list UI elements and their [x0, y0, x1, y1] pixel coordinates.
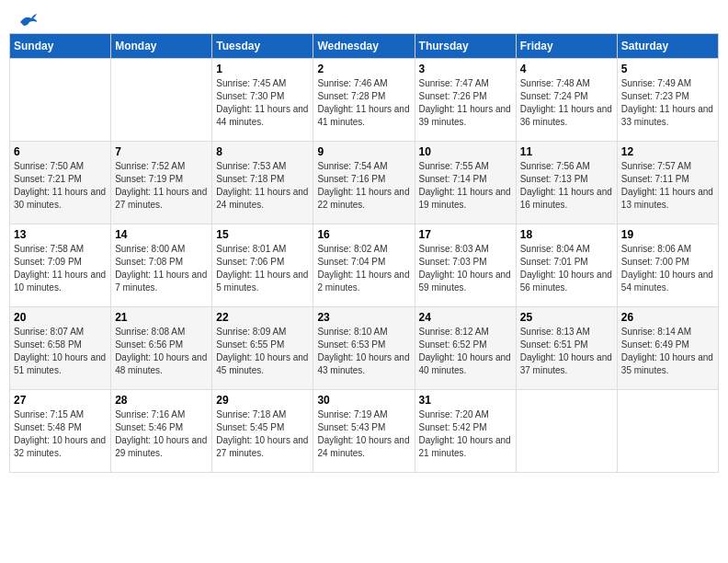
day-detail: Sunrise: 7:19 AM Sunset: 5:43 PM Dayligh…	[317, 408, 410, 460]
day-detail: Sunrise: 8:12 AM Sunset: 6:52 PM Dayligh…	[419, 326, 512, 377]
calendar-cell	[111, 59, 212, 142]
day-detail: Sunrise: 8:13 AM Sunset: 6:51 PM Dayligh…	[520, 326, 613, 377]
calendar-cell	[617, 390, 718, 473]
calendar-cell: 8Sunrise: 7:53 AM Sunset: 7:18 PM Daylig…	[212, 142, 313, 224]
day-number: 2	[317, 63, 410, 75]
day-detail: Sunrise: 7:16 AM Sunset: 5:46 PM Dayligh…	[115, 408, 208, 460]
day-detail: Sunrise: 8:08 AM Sunset: 6:56 PM Dayligh…	[115, 326, 208, 377]
day-detail: Sunrise: 7:49 AM Sunset: 7:23 PM Dayligh…	[621, 77, 714, 129]
calendar-week-2: 6Sunrise: 7:50 AM Sunset: 7:21 PM Daylig…	[10, 142, 719, 224]
day-detail: Sunrise: 8:06 AM Sunset: 7:00 PM Dayligh…	[621, 243, 714, 294]
calendar-cell	[10, 59, 111, 142]
day-detail: Sunrise: 7:55 AM Sunset: 7:14 PM Dayligh…	[419, 160, 512, 212]
day-detail: Sunrise: 8:00 AM Sunset: 7:08 PM Dayligh…	[115, 243, 208, 294]
day-number: 12	[621, 145, 714, 158]
header-wednesday: Wednesday	[313, 34, 415, 59]
calendar-cell: 29Sunrise: 7:18 AM Sunset: 5:45 PM Dayli…	[212, 390, 313, 473]
day-number: 28	[115, 394, 208, 407]
day-detail: Sunrise: 7:50 AM Sunset: 7:21 PM Dayligh…	[14, 160, 107, 212]
day-number: 10	[419, 145, 512, 158]
header-friday: Friday	[516, 34, 617, 59]
day-number: 23	[317, 311, 410, 324]
day-number: 26	[621, 311, 714, 324]
calendar-table: SundayMondayTuesdayWednesdayThursdayFrid…	[9, 33, 719, 473]
page-header	[9, 9, 719, 28]
header-tuesday: Tuesday	[212, 34, 313, 59]
day-number: 11	[520, 145, 613, 158]
calendar-cell: 17Sunrise: 8:03 AM Sunset: 7:03 PM Dayli…	[415, 224, 516, 307]
day-number: 15	[216, 228, 309, 241]
calendar-header-row: SundayMondayTuesdayWednesdayThursdayFrid…	[10, 34, 719, 59]
calendar-cell: 19Sunrise: 8:06 AM Sunset: 7:00 PM Dayli…	[617, 224, 718, 307]
calendar-cell	[516, 390, 617, 473]
calendar-cell: 6Sunrise: 7:50 AM Sunset: 7:21 PM Daylig…	[10, 142, 111, 224]
day-detail: Sunrise: 8:07 AM Sunset: 6:58 PM Dayligh…	[14, 326, 107, 377]
day-detail: Sunrise: 7:52 AM Sunset: 7:19 PM Dayligh…	[115, 160, 208, 212]
day-detail: Sunrise: 8:03 AM Sunset: 7:03 PM Dayligh…	[419, 243, 512, 294]
calendar-cell: 18Sunrise: 8:04 AM Sunset: 7:01 PM Dayli…	[516, 224, 617, 307]
calendar-cell: 3Sunrise: 7:47 AM Sunset: 7:26 PM Daylig…	[415, 59, 516, 142]
calendar-cell: 7Sunrise: 7:52 AM Sunset: 7:19 PM Daylig…	[111, 142, 212, 224]
header-thursday: Thursday	[415, 34, 516, 59]
calendar-cell: 16Sunrise: 8:02 AM Sunset: 7:04 PM Dayli…	[313, 224, 415, 307]
calendar-week-1: 1Sunrise: 7:45 AM Sunset: 7:30 PM Daylig…	[10, 59, 719, 142]
day-detail: Sunrise: 7:53 AM Sunset: 7:18 PM Dayligh…	[216, 160, 309, 212]
header-monday: Monday	[111, 34, 212, 59]
calendar-cell: 13Sunrise: 7:58 AM Sunset: 7:09 PM Dayli…	[10, 224, 111, 307]
day-number: 31	[419, 394, 512, 407]
calendar-cell: 21Sunrise: 8:08 AM Sunset: 6:56 PM Dayli…	[111, 307, 212, 390]
calendar-cell: 24Sunrise: 8:12 AM Sunset: 6:52 PM Dayli…	[415, 307, 516, 390]
day-detail: Sunrise: 7:18 AM Sunset: 5:45 PM Dayligh…	[216, 408, 309, 460]
calendar-cell: 2Sunrise: 7:46 AM Sunset: 7:28 PM Daylig…	[313, 59, 415, 142]
calendar-cell: 30Sunrise: 7:19 AM Sunset: 5:43 PM Dayli…	[313, 390, 415, 473]
day-number: 30	[317, 394, 410, 407]
day-number: 3	[419, 63, 512, 75]
day-number: 21	[115, 311, 208, 324]
day-number: 17	[419, 228, 512, 241]
day-detail: Sunrise: 7:54 AM Sunset: 7:16 PM Dayligh…	[317, 160, 410, 212]
logo-bird-icon	[18, 13, 39, 28]
day-detail: Sunrise: 8:01 AM Sunset: 7:06 PM Dayligh…	[216, 243, 309, 294]
calendar-cell: 26Sunrise: 8:14 AM Sunset: 6:49 PM Dayli…	[617, 307, 718, 390]
day-number: 7	[115, 145, 208, 158]
calendar-cell: 10Sunrise: 7:55 AM Sunset: 7:14 PM Dayli…	[415, 142, 516, 224]
calendar-cell: 12Sunrise: 7:57 AM Sunset: 7:11 PM Dayli…	[617, 142, 718, 224]
day-detail: Sunrise: 8:10 AM Sunset: 6:53 PM Dayligh…	[317, 326, 410, 377]
day-detail: Sunrise: 7:15 AM Sunset: 5:48 PM Dayligh…	[14, 408, 107, 460]
day-detail: Sunrise: 7:48 AM Sunset: 7:24 PM Dayligh…	[520, 77, 613, 129]
day-number: 4	[520, 63, 613, 75]
day-number: 22	[216, 311, 309, 324]
header-sunday: Sunday	[10, 34, 111, 59]
day-detail: Sunrise: 7:58 AM Sunset: 7:09 PM Dayligh…	[14, 243, 107, 294]
calendar-cell: 9Sunrise: 7:54 AM Sunset: 7:16 PM Daylig…	[313, 142, 415, 224]
day-detail: Sunrise: 8:14 AM Sunset: 6:49 PM Dayligh…	[621, 326, 714, 377]
day-number: 5	[621, 63, 714, 75]
calendar-cell: 14Sunrise: 8:00 AM Sunset: 7:08 PM Dayli…	[111, 224, 212, 307]
day-number: 19	[621, 228, 714, 241]
day-number: 9	[317, 145, 410, 158]
calendar-cell: 4Sunrise: 7:48 AM Sunset: 7:24 PM Daylig…	[516, 59, 617, 142]
calendar-cell: 15Sunrise: 8:01 AM Sunset: 7:06 PM Dayli…	[212, 224, 313, 307]
day-number: 13	[14, 228, 107, 241]
day-detail: Sunrise: 7:46 AM Sunset: 7:28 PM Dayligh…	[317, 77, 410, 129]
day-number: 24	[419, 311, 512, 324]
calendar-week-5: 27Sunrise: 7:15 AM Sunset: 5:48 PM Dayli…	[10, 390, 719, 473]
calendar-cell: 27Sunrise: 7:15 AM Sunset: 5:48 PM Dayli…	[10, 390, 111, 473]
day-detail: Sunrise: 8:02 AM Sunset: 7:04 PM Dayligh…	[317, 243, 410, 294]
calendar-cell: 11Sunrise: 7:56 AM Sunset: 7:13 PM Dayli…	[516, 142, 617, 224]
calendar-week-3: 13Sunrise: 7:58 AM Sunset: 7:09 PM Dayli…	[10, 224, 719, 307]
calendar-cell: 22Sunrise: 8:09 AM Sunset: 6:55 PM Dayli…	[212, 307, 313, 390]
day-detail: Sunrise: 8:09 AM Sunset: 6:55 PM Dayligh…	[216, 326, 309, 377]
day-detail: Sunrise: 7:45 AM Sunset: 7:30 PM Dayligh…	[216, 77, 309, 129]
calendar-cell: 20Sunrise: 8:07 AM Sunset: 6:58 PM Dayli…	[10, 307, 111, 390]
day-detail: Sunrise: 7:56 AM Sunset: 7:13 PM Dayligh…	[520, 160, 613, 212]
day-number: 27	[14, 394, 107, 407]
day-number: 20	[14, 311, 107, 324]
day-number: 18	[520, 228, 613, 241]
day-detail: Sunrise: 7:57 AM Sunset: 7:11 PM Dayligh…	[621, 160, 714, 212]
day-detail: Sunrise: 7:47 AM Sunset: 7:26 PM Dayligh…	[419, 77, 512, 129]
calendar-cell: 23Sunrise: 8:10 AM Sunset: 6:53 PM Dayli…	[313, 307, 415, 390]
logo	[15, 13, 39, 24]
header-saturday: Saturday	[617, 34, 718, 59]
day-detail: Sunrise: 8:04 AM Sunset: 7:01 PM Dayligh…	[520, 243, 613, 294]
